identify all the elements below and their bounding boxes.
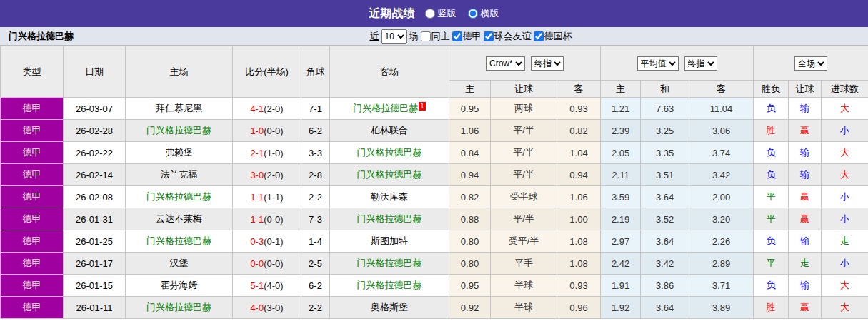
league-type-cell: 德甲 (1, 120, 64, 142)
home-team-name: 门兴格拉德巴赫 (146, 125, 211, 136)
handicap-cell: 平手 (491, 253, 557, 275)
radio-vertical-layout[interactable]: 竖版 (425, 7, 457, 20)
checkbox-german-cup[interactable]: 德国杯 (534, 30, 572, 43)
radio-horizontal-input[interactable] (468, 9, 478, 19)
away-team-name: 斯图加特 (371, 235, 408, 246)
club-friendly-label: 球会友谊 (494, 30, 532, 43)
avg-away-cell: 3.74 (689, 142, 754, 164)
match-row: 德甲26-03-07拜仁慕尼黑4-1(2-0)7-1门兴格拉德巴赫10.95两球… (1, 98, 868, 120)
home-team-name: 拜仁慕尼黑 (156, 103, 202, 113)
radio-vertical-input[interactable] (425, 9, 435, 19)
home-team-cell: 弗赖堡 (126, 142, 233, 164)
avg-away-cell: 3.71 (689, 275, 754, 297)
avg-home-cell: 2.11 (601, 164, 641, 186)
away-team-cell: 斯图加特 (330, 230, 449, 253)
bundesliga-checkbox-input[interactable] (452, 31, 462, 41)
half-time-score: (0-0) (264, 258, 283, 269)
full-time-score: 1-1 (250, 214, 264, 225)
avg-away-cell: 2.89 (689, 253, 754, 275)
radio-vertical-label: 竖版 (438, 7, 457, 20)
full-time-score: 4-1 (250, 103, 264, 114)
result-handicap-cell: 输 (789, 230, 822, 253)
odds-home-cell: 1.06 (449, 120, 491, 142)
full-match-select[interactable]: 全场 (794, 56, 827, 71)
odds-stage-select-2[interactable]: 终指 (684, 56, 717, 71)
avg-home-cell: 2.97 (601, 230, 641, 253)
match-date-cell: 26-01-15 (64, 275, 126, 297)
half-time-score: (1-1) (264, 192, 283, 203)
result-goals-cell: 小 (822, 253, 868, 275)
recent-results-panel: 近期战绩 竖版 横版 门兴格拉德巴赫 近 10 场 同主 (0, 0, 868, 321)
home-team-cell: 霍芬海姆 (126, 275, 233, 297)
match-date-cell: 26-03-07 (64, 98, 126, 120)
half-time-score: (3-0) (264, 302, 283, 313)
result-handicap-cell: 输 (789, 142, 822, 164)
average-odds-header: 平均值 终指 (601, 46, 754, 81)
avg-away-cell: 2.26 (689, 230, 754, 253)
odds-away-cell: 1.00 (557, 208, 601, 230)
away-team-cell: 门兴格拉德巴赫 (330, 275, 449, 297)
score-cell: 0-3(0-1) (233, 230, 301, 253)
league-type-cell: 德甲 (1, 142, 64, 164)
bundesliga-label: 德甲 (463, 30, 482, 43)
league-type-cell: 德甲 (1, 253, 64, 275)
home-team-cell: 门兴格拉德巴赫 (126, 297, 233, 319)
col-header-result-handicap: 让球 (789, 81, 822, 98)
score-cell: 3-0(2-0) (233, 164, 301, 186)
home-team-name: 门兴格拉德巴赫 (146, 235, 211, 246)
col-header-result-wdl: 胜负 (754, 81, 789, 98)
handicap-cell: 两球 (491, 98, 557, 120)
result-goals-cell: 小 (822, 208, 868, 230)
german-cup-checkbox-input[interactable] (534, 31, 544, 41)
match-date-cell: 26-02-14 (64, 164, 126, 186)
match-row: 德甲26-02-14法兰克福3-0(2-0)2-8门兴格拉德巴赫0.94平/半0… (1, 164, 868, 186)
match-row: 德甲26-01-15霍芬海姆5-1(4-0)6-2门兴格拉德巴赫0.95半球0.… (1, 275, 868, 297)
odds-away-cell: 0.96 (557, 297, 601, 319)
result-wdl-cell: 胜 (754, 120, 789, 142)
match-count-select[interactable]: 10 (381, 29, 407, 44)
away-team-cell: 门兴格拉德巴赫 (330, 142, 449, 164)
avg-home-cell: 2.19 (601, 208, 641, 230)
handicap-cell: 半球 (491, 297, 557, 319)
league-type-cell: 德甲 (1, 297, 64, 319)
full-time-score: 5-1 (250, 280, 264, 291)
home-team-name: 法兰克福 (161, 169, 198, 180)
near-link[interactable]: 近 (370, 30, 379, 43)
match-row: 德甲26-02-28门兴格拉德巴赫1-0(0-0)6-2柏林联合1.06平/半0… (1, 120, 868, 142)
radio-horizontal-layout[interactable]: 横版 (468, 7, 499, 20)
avg-away-cell: 3.20 (689, 208, 754, 230)
average-select[interactable]: 平均值 (637, 56, 679, 71)
away-team-name: 门兴格拉德巴赫 (357, 280, 422, 290)
checkbox-bundesliga[interactable]: 德甲 (452, 30, 482, 43)
away-team-name: 门兴格拉德巴赫 (357, 169, 422, 180)
odds-stage-select-1[interactable]: 终指 (531, 56, 564, 71)
match-date-cell: 26-01-31 (64, 208, 126, 230)
half-time-score: (2-0) (264, 170, 283, 180)
score-cell: 4-1(2-0) (233, 98, 301, 120)
corner-cell: 6-2 (301, 120, 330, 142)
checkbox-club-friendly[interactable]: 球会友谊 (484, 30, 532, 43)
odds-home-cell: 0.95 (449, 98, 491, 120)
panel-title: 近期战绩 (369, 6, 415, 21)
checkbox-same-home[interactable]: 同主 (421, 30, 450, 43)
odds-away-cell: 0.94 (557, 164, 601, 186)
club-friendly-checkbox-input[interactable] (484, 31, 494, 41)
odds-away-cell: 0.93 (557, 98, 601, 120)
bookmaker-select[interactable]: Crow* (486, 56, 525, 71)
away-team-name: 门兴格拉德巴赫 (353, 103, 418, 113)
league-type-cell: 德甲 (1, 98, 64, 120)
avg-draw-cell: 3.25 (641, 120, 689, 142)
avg-away-cell: 2.00 (689, 186, 754, 208)
result-wdl-cell: 平 (754, 186, 789, 208)
same-home-checkbox-input[interactable] (421, 31, 431, 41)
result-handicap-cell: 赢 (789, 186, 822, 208)
result-goals-cell: 大 (822, 275, 868, 297)
result-goals-cell: 大 (822, 164, 868, 186)
league-type-cell: 德甲 (1, 275, 64, 297)
league-type-cell: 德甲 (1, 208, 64, 230)
radio-horizontal-label: 横版 (481, 7, 499, 20)
home-team-name: 云达不莱梅 (156, 213, 202, 224)
result-wdl-cell: 负 (754, 164, 789, 186)
score-cell: 1-1(1-1) (233, 186, 301, 208)
avg-home-cell: 1.91 (601, 275, 641, 297)
